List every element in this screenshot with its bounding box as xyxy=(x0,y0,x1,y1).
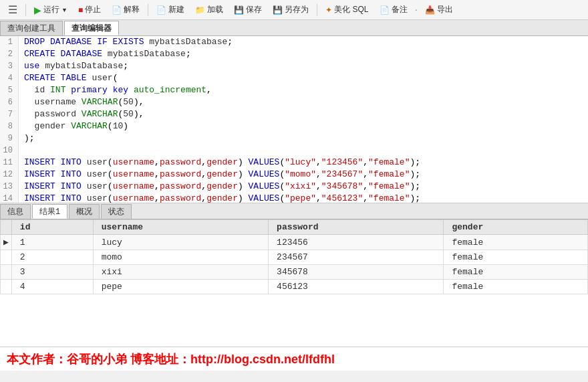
tab-info[interactable]: 信息 xyxy=(0,204,31,219)
footer-text: 本文作者：谷哥的小弟 博客地址：http://blog.csdn.net/lfd… xyxy=(7,351,335,367)
tab-status[interactable]: 状态 xyxy=(101,204,132,219)
table-cell-username: momo xyxy=(93,250,268,265)
row-indicator xyxy=(1,280,12,294)
line-content: CREATE TABLE user( xyxy=(19,72,588,84)
tab-query-editor[interactable]: 查询编辑器 xyxy=(64,21,119,35)
run-label: 运行 xyxy=(43,4,59,15)
line-number: 2 xyxy=(0,48,19,60)
hamburger-icon[interactable]: ☰ xyxy=(4,2,21,18)
separator-dot: · xyxy=(414,6,419,14)
result-table: idusernamepasswordgender▶1lucy123456fema… xyxy=(0,219,588,294)
code-line: 8 gender VARCHAR(10) xyxy=(0,120,588,132)
line-content: ); xyxy=(19,132,588,145)
row-indicator xyxy=(1,265,12,280)
new-button[interactable]: 📄 新建 xyxy=(152,3,188,17)
tab-query-builder[interactable]: 查询创建工具 xyxy=(0,21,63,35)
table-cell-username: xixi xyxy=(93,265,268,280)
beautify-button[interactable]: ✦ 美化 SQL xyxy=(321,3,372,17)
footer: 本文作者：谷哥的小弟 博客地址：http://blog.csdn.net/lfd… xyxy=(0,347,588,371)
code-line: 7 password VARCHAR(50), xyxy=(0,108,588,120)
table-cell-gender: female xyxy=(444,235,588,250)
backup-button[interactable]: 📄 备注 xyxy=(376,3,412,17)
table-cell-username: lucy xyxy=(93,235,268,250)
line-content: use mybatisDatabase; xyxy=(19,60,588,72)
code-line: 9); xyxy=(0,132,588,145)
table-cell-password: 456123 xyxy=(269,280,444,294)
stop-button[interactable]: ■ 停止 xyxy=(74,3,105,17)
table-row: 4pepe456123female xyxy=(1,280,588,294)
load-label: 加载 xyxy=(207,4,223,15)
code-line: 12INSERT INTO user(username,password,gen… xyxy=(0,169,588,181)
table-cell-password: 123456 xyxy=(269,235,444,250)
line-content: gender VARCHAR(10) xyxy=(19,120,588,132)
line-content: username VARCHAR(50), xyxy=(19,96,588,108)
line-content: password VARCHAR(50), xyxy=(19,108,588,120)
stop-icon: ■ xyxy=(78,5,83,15)
line-number: 1 xyxy=(0,36,19,48)
editor-tabs: 查询创建工具 查询编辑器 xyxy=(0,20,588,36)
table-cell-id: 4 xyxy=(11,280,93,294)
new-label: 新建 xyxy=(168,4,184,15)
run-dropdown-icon: ▼ xyxy=(61,7,67,13)
line-number: 10 xyxy=(0,145,19,157)
tab-overview[interactable]: 概况 xyxy=(69,204,100,219)
save-button[interactable]: 💾 保存 xyxy=(230,3,266,17)
table-cell-id: 1 xyxy=(11,235,93,250)
code-line: 2CREATE DATABASE mybatisDatabase; xyxy=(0,48,588,60)
explain-button[interactable]: 📄 解释 xyxy=(108,3,144,17)
load-icon: 📁 xyxy=(195,5,205,15)
export-icon: 📥 xyxy=(425,5,435,15)
table-row: 3xixi345678female xyxy=(1,265,588,280)
code-line: 6 username VARCHAR(50), xyxy=(0,96,588,108)
divider2 xyxy=(148,4,148,16)
run-button[interactable]: ▶ 运行 ▼ xyxy=(30,3,71,17)
run-icon: ▶ xyxy=(34,5,41,15)
table-header: gender xyxy=(444,220,588,235)
export-button[interactable]: 📥 导出 xyxy=(421,3,457,17)
table-cell-password: 234567 xyxy=(269,250,444,265)
code-editor[interactable]: 1DROP DATABASE IF EXISTS mybatisDatabase… xyxy=(0,36,588,203)
backup-label: 备注 xyxy=(392,4,408,15)
line-content: INSERT INTO user(username,password,gende… xyxy=(19,157,588,169)
line-number: 7 xyxy=(0,108,19,120)
beautify-icon: ✦ xyxy=(325,5,332,15)
table-cell-password: 345678 xyxy=(269,265,444,280)
code-line: 11INSERT INTO user(username,password,gen… xyxy=(0,157,588,169)
line-number: 5 xyxy=(0,84,19,96)
save-icon: 💾 xyxy=(234,5,244,15)
table-cell-id: 3 xyxy=(11,265,93,280)
line-content: INSERT INTO user(username,password,gende… xyxy=(19,181,588,193)
table-header: password xyxy=(269,220,444,235)
row-indicator xyxy=(1,250,12,265)
line-content: id INT primary key auto_increment, xyxy=(19,84,588,96)
table-cell-id: 2 xyxy=(11,250,93,265)
code-line: 13INSERT INTO user(username,password,gen… xyxy=(0,181,588,193)
saveas-button[interactable]: 💾 另存为 xyxy=(269,3,313,17)
line-number: 12 xyxy=(0,169,19,181)
load-button[interactable]: 📁 加载 xyxy=(191,3,227,17)
table-cell-username: pepe xyxy=(93,280,268,294)
code-line: 14INSERT INTO user(username,password,gen… xyxy=(0,193,588,203)
code-line: 5 id INT primary key auto_increment, xyxy=(0,84,588,96)
code-line: 10 xyxy=(0,145,588,157)
explain-icon: 📄 xyxy=(112,5,122,15)
table-header: username xyxy=(93,220,268,235)
result-panel: idusernamepasswordgender▶1lucy123456fema… xyxy=(0,219,588,347)
table-cell-gender: female xyxy=(444,280,588,294)
line-number: 13 xyxy=(0,181,19,193)
new-icon: 📄 xyxy=(156,5,166,15)
table-header: id xyxy=(11,220,93,235)
code-lines: 1DROP DATABASE IF EXISTS mybatisDatabase… xyxy=(0,36,588,203)
tab-result1[interactable]: 结果1 xyxy=(32,204,67,219)
divider1 xyxy=(25,4,26,16)
line-number: 6 xyxy=(0,96,19,108)
table-cell-gender: female xyxy=(444,265,588,280)
divider3 xyxy=(317,4,317,16)
code-line: 4CREATE TABLE user( xyxy=(0,72,588,84)
line-content: DROP DATABASE IF EXISTS mybatisDatabase; xyxy=(19,36,588,48)
saveas-label: 另存为 xyxy=(285,4,309,15)
table-row: ▶1lucy123456female xyxy=(1,235,588,250)
backup-icon: 📄 xyxy=(380,5,390,15)
line-content: INSERT INTO user(username,password,gende… xyxy=(19,193,588,203)
table-cell-gender: female xyxy=(444,250,588,265)
